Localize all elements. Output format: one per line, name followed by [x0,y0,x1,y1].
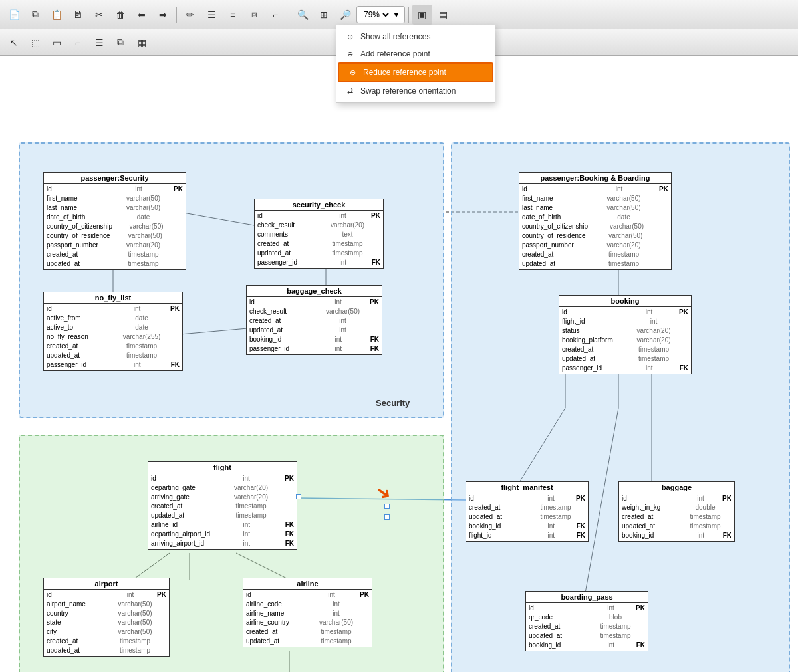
cursor-icon[interactable]: ↖ [4,33,24,53]
delete-icon[interactable]: 🗑 [110,5,130,25]
copy-icon[interactable]: ⧉ [25,5,45,25]
table-row: last_namevarchar(50) [519,203,671,213]
table-row: last_namevarchar(50) [44,203,186,213]
swap-ref-label: Swap reference orientation [360,86,456,96]
table-row: idintPK [148,474,297,483]
view2-icon[interactable]: ▤ [434,5,454,25]
table-passenger-booking-body: idintPK first_namevarchar(50) last_namev… [519,184,671,269]
copy3-icon[interactable]: ⧉ [110,33,130,53]
zoom-control[interactable]: 79% ▼ [356,6,405,23]
format-icon[interactable]: 🖹 [68,5,88,25]
redo-icon[interactable]: ➡ [153,5,173,25]
table-row: created_attimestamp [44,250,186,259]
table-airline-header: airline [243,578,372,590]
table-no-fly-list-header: no_fly_list [44,292,182,304]
show-all-label: Show all references [360,32,430,41]
table-row: updated_attimestamp [519,259,671,269]
table-passenger-security-body: idintPK first_namevarchar(50) last_namev… [44,184,186,269]
menu-reduce-ref[interactable]: ⊖ Reduce reference point [338,62,493,82]
table-baggage-check-header: baggage_check [247,286,382,297]
menu-swap-ref[interactable]: ⇄ Swap reference orientation [336,82,495,100]
table-security-check[interactable]: security_check idintPK check_resultvarch… [254,199,384,269]
table-row: arriving_gatevarchar(20) [148,493,297,502]
table-passenger-booking-header: passenger:Booking & Boarding [519,173,671,184]
table-row: qr_codeblob [526,613,648,622]
table-row: active_todate [44,323,182,332]
table-flight-manifest-header: flight_manifest [466,482,588,493]
zoom-select[interactable]: 79% [361,9,391,20]
table-flight-manifest-body: idintPK created_attimestamp updated_atti… [466,493,588,541]
undo-icon[interactable]: ⬅ [132,5,152,25]
table-boarding-pass[interactable]: boarding_pass idintPK qr_codeblob create… [525,591,648,651]
add-ref-label: Add reference point [360,49,430,58]
table-no-fly-list[interactable]: no_fly_list idintPK active_fromdate acti… [43,292,183,371]
table-row: created_attimestamp [619,512,734,522]
paste-icon[interactable]: 📋 [47,5,66,25]
entity-icon[interactable]: ▭ [47,33,66,53]
table-baggage-header: baggage [619,482,734,493]
reference-dropdown: ⊕ Show all references ⊕ Add reference po… [336,25,495,103]
table-baggage-body: idintPK weight_in_kgdouble created_attim… [619,493,734,541]
table-row: updated_attimestamp [526,631,648,641]
reduce-ref-label: Reduce reference point [363,68,446,77]
table-row: country_of_residencevarchar(50) [44,231,186,241]
table-row: updated_attimestamp [44,646,169,655]
table-row: idintPK [243,590,372,600]
cut-icon[interactable]: ✂ [89,5,109,25]
show-all-icon: ⊕ [344,31,355,42]
table-row: booking_idintFK [466,522,588,531]
pen-icon[interactable]: ✏ [180,5,200,25]
table-baggage[interactable]: baggage idintPK weight_in_kgdouble creat… [618,481,735,542]
table-airline[interactable]: airline idintPK airline_codeint airline_… [243,578,372,647]
copy2-icon[interactable]: ⧈ [244,5,264,25]
list-icon[interactable]: ☰ [201,5,221,25]
table-row: booking_idintFK [247,335,382,344]
select-rect-icon[interactable]: ⬚ [25,33,45,53]
table-boarding-pass-header: boarding_pass [526,592,648,603]
table-flight-header: flight [148,462,297,473]
table-passenger-booking[interactable]: passenger:Booking & Boarding idintPK fir… [519,172,672,270]
table-row: booking_platformvarchar(20) [559,336,691,345]
table-row: idintPK [526,604,648,613]
add-ref-icon: ⊕ [344,49,355,59]
table-row: airline_idintFK [148,520,297,530]
table-row: first_namevarchar(50) [519,194,671,203]
table-row: flight_idint [559,317,691,326]
table-baggage-check[interactable]: baggage_check idintPK check_resultvarcha… [246,285,382,355]
view1-icon[interactable]: ▣ [412,5,432,25]
table-row: departing_gatevarchar(20) [148,483,297,493]
search-icon[interactable]: 🔍 [293,5,313,25]
table-row: passenger_idintFK [44,360,182,370]
table-flight-manifest[interactable]: flight_manifest idintPK created_attimest… [466,481,589,542]
table-row: check_resultvarchar(50) [247,307,382,316]
table-row: idintPK [519,185,671,194]
table-boarding-pass-body: idintPK qr_codeblob created_attimestamp … [526,603,648,651]
corner-icon[interactable]: ⌐ [265,5,285,25]
table-row: date_of_birthdate [44,213,186,222]
table-airport-body: idintPK airport_namevarchar(50) countryv… [44,590,169,656]
doc-icon[interactable]: 📄 [4,5,24,25]
list2-icon[interactable]: ≡ [223,5,243,25]
table-row: countryvarchar(50) [44,609,169,618]
table-passenger-security-header: passenger:Security [44,173,186,184]
table-passenger-security[interactable]: passenger:Security idintPK first_namevar… [43,172,186,270]
table-row: created_attimestamp [519,250,671,259]
table-row: cityvarchar(50) [44,627,169,637]
table-row: passenger_idintFK [247,344,382,354]
menu-add-ref[interactable]: ⊕ Add reference point [336,45,495,62]
table-booking-body: idintPK flight_idint statusvarchar(20) b… [559,307,691,374]
menu-show-all[interactable]: ⊕ Show all references [336,28,495,45]
grid-icon[interactable]: ⊞ [314,5,334,25]
diagram-canvas[interactable]: Security Transport Booking & Boarding pa… [0,56,798,672]
table-booking[interactable]: booking idintPK flight_idint statusvarch… [559,295,692,374]
table-icon[interactable]: ☰ [89,33,109,53]
table-flight[interactable]: flight idintPK departing_gatevarchar(20)… [148,461,297,550]
table-row: country_of_citizenshipvarchar(50) [519,222,671,231]
connector-icon[interactable]: ⌐ [68,33,88,53]
hatch-icon[interactable]: ▦ [132,33,152,53]
table-airport[interactable]: airport idintPK airport_namevarchar(50) … [43,578,170,657]
table-row: active_fromdate [44,314,182,323]
table-row: country_of_citizenshipvarchar(50) [44,222,186,231]
table-flight-body: idintPK departing_gatevarchar(20) arrivi… [148,473,297,549]
zoom-fit-icon[interactable]: 🔎 [335,5,355,25]
